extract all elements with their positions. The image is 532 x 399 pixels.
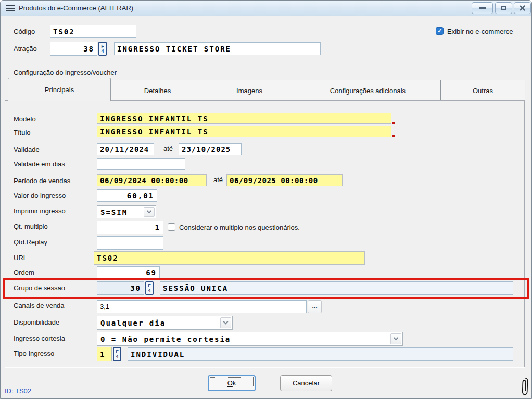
close-icon [519,5,526,11]
atracao-f4-button[interactable]: F4 [98,42,107,56]
minimize-button[interactable] [472,2,493,14]
atracao-label: Atração [14,45,37,53]
window-title: Produtos do e-Commerce (ALTERAR) [19,4,133,12]
qtd-replay-input[interactable] [97,236,163,250]
exibir-checkbox[interactable] [436,27,444,35]
tab-configuracoes-adicionais[interactable]: Configurações adicionais [295,80,440,101]
chevron-down-icon[interactable] [220,317,231,328]
canais-label: Canais de venda [14,302,65,310]
grupo-sessao-label: Grupo de sessão [14,284,65,292]
chevron-down-icon[interactable] [144,207,155,217]
cortesia-label: Ingresso cortesia [14,334,65,342]
grupo-sessao-f4-button[interactable]: F4 [145,281,154,295]
tipo-input[interactable] [97,347,112,361]
tipo-desc-field [128,347,513,361]
disponibilidade-select[interactable]: Qualquer dia [97,316,233,330]
considerar-multiplo-checkbox[interactable] [168,223,175,231]
valor-input[interactable] [97,189,157,202]
chevron-down-icon[interactable] [390,333,401,344]
tab-detalhes[interactable]: Detalhes [111,80,204,101]
canais-browse-button[interactable]: ... [308,300,322,313]
restore-button[interactable] [495,2,512,14]
titulo-input[interactable] [97,126,391,137]
id-link[interactable]: ID: TS02 [5,387,31,395]
exibir-label: Exibir no e-commerce [447,28,513,35]
validade-from-input[interactable] [97,143,154,155]
url-label: URL [14,254,27,262]
tab-panel [5,100,525,367]
modelo-input[interactable] [97,113,391,124]
periodo-ate-label: até [213,176,223,184]
codigo-input[interactable] [50,25,136,38]
imprimir-label: Imprimir ingresso [14,207,66,215]
required-indicator [392,122,395,124]
dialog-produtos-ecommerce: Produtos do e-Commerce (ALTERAR) Código … [0,0,532,399]
disponibilidade-label: Disponibilidade [14,318,59,326]
tab-imagens[interactable]: Imagens [204,80,295,101]
valor-label: Valor do ingresso [14,191,66,199]
qt-multiplo-label: Qt. multiplo [14,223,48,230]
cancel-button[interactable]: Cancelar [280,375,332,391]
menu-icon[interactable] [6,5,15,11]
paperclip-icon[interactable] [521,377,529,398]
section-label: Configuração do ingresso/voucher [14,69,117,76]
considerar-multiplo-label: Considerar o multiplo nos questionários. [179,224,300,231]
ok-button[interactable]: Ok [208,375,256,391]
restore-icon [501,6,506,10]
title-bar: Produtos do e-Commerce (ALTERAR) [1,1,531,16]
required-indicator [392,135,395,137]
tab-outras[interactable]: Outras [440,80,525,101]
minimize-icon [479,7,486,9]
imprimir-select[interactable]: S=SIM [97,205,156,218]
grupo-sessao-desc-field [160,281,513,295]
qtd-replay-label: Qtd.Replay [14,238,47,246]
periodo-label: Período de vendas [14,177,70,185]
ordem-input[interactable] [97,266,160,279]
periodo-to-input[interactable] [226,174,343,186]
validade-to-input[interactable] [179,143,242,155]
qt-multiplo-input[interactable] [97,221,163,234]
modelo-label: Modelo [14,115,36,123]
atracao-desc-field [114,42,321,55]
tab-strip: Principais Detalhes Imagens Configuraçõe… [8,78,525,101]
validade-dias-input[interactable] [97,158,185,170]
validade-dias-label: Validade em dias [14,160,65,168]
validade-ate-label: até [163,145,173,152]
periodo-from-input[interactable] [97,174,207,186]
tab-principais[interactable]: Principais [8,78,111,101]
ordem-label: Ordem [14,268,34,276]
tipo-label: Tipo Ingresso [14,350,54,357]
canais-input[interactable] [97,300,307,313]
validade-label: Validade [14,146,40,153]
titulo-label: Título [14,128,31,136]
codigo-label: Código [14,28,35,35]
close-button[interactable] [514,2,531,14]
tipo-f4-button[interactable]: F4 [113,347,121,361]
cortesia-select[interactable]: 0 = Não permite cortesia [97,332,403,346]
grupo-sessao-input[interactable] [97,281,144,295]
atracao-input[interactable] [50,42,97,56]
url-input[interactable] [94,251,365,265]
